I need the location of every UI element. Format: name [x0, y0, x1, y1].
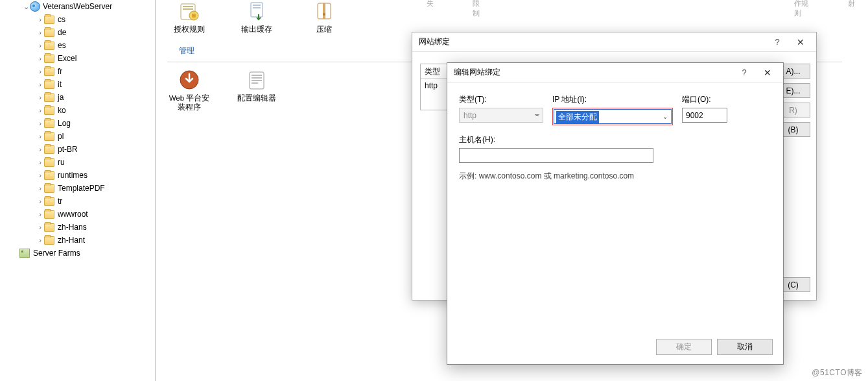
- folder-icon: [44, 42, 54, 50]
- folder-icon: [44, 145, 54, 154]
- tree-folder-pl[interactable]: ›pl: [0, 130, 155, 143]
- tree-folder-ko[interactable]: ›ko: [0, 104, 155, 117]
- expander-icon[interactable]: ›: [36, 106, 44, 114]
- expander-icon[interactable]: ›: [36, 236, 44, 244]
- expander-icon[interactable]: ›: [36, 68, 44, 75]
- help-button[interactable]: ?: [766, 35, 789, 49]
- ip-select[interactable]: 全部未分配 ⌄: [554, 109, 672, 124]
- svg-rect-2: [183, 8, 193, 10]
- ip-field-highlight: 全部未分配 ⌄: [552, 108, 673, 125]
- feature-compression[interactable]: 压缩: [302, 0, 346, 34]
- folder-label: zh-Hant: [58, 236, 85, 245]
- tree-folder-Excel[interactable]: ›Excel: [0, 52, 155, 65]
- expander-icon[interactable]: ›: [36, 16, 44, 23]
- expander-icon[interactable]: ›: [36, 197, 44, 205]
- dialog-titlebar[interactable]: 网站绑定 ? ✕: [412, 32, 816, 52]
- svg-point-10: [323, 13, 325, 16]
- tree-folder-pt-BR[interactable]: ›pt-BR: [0, 143, 155, 156]
- expander-icon[interactable]: ›: [36, 42, 44, 49]
- tree-folder-wwwroot[interactable]: ›wwwroot: [0, 208, 155, 221]
- tree-panel: ⌄ VeteransWebServer ›cs›de›es›Excel›fr›i…: [0, 0, 156, 381]
- folder-icon: [44, 132, 54, 141]
- folder-label: ko: [58, 106, 66, 115]
- expander-icon[interactable]: ›: [36, 145, 44, 153]
- folder-label: pl: [58, 132, 64, 141]
- expander-icon[interactable]: ›: [36, 80, 44, 88]
- tree-folder-zh-Hans[interactable]: ›zh-Hans: [0, 221, 155, 234]
- tree-folder-TemplatePDF[interactable]: ›TemplatePDF: [0, 182, 155, 195]
- type-label: 类型(T):: [459, 94, 543, 105]
- port-input[interactable]: [682, 108, 727, 123]
- svg-rect-4: [192, 14, 196, 18]
- tree-folder-runtimes[interactable]: ›runtimes: [0, 169, 155, 182]
- folder-label: runtimes: [58, 171, 88, 180]
- folder-icon: [44, 16, 54, 24]
- folder-icon: [44, 197, 54, 206]
- dialog-edit-binding: 编辑网站绑定 ? ✕ 类型(T): http IP 地址(I): 全部未分配: [447, 62, 784, 365]
- tree-node-server-farms[interactable]: Server Farms: [0, 247, 155, 260]
- tree-folder-tr[interactable]: ›tr: [0, 195, 155, 208]
- edit-binding-form: 类型(T): http IP 地址(I): 全部未分配 ⌄ 端口(O: [447, 82, 783, 182]
- expander-icon[interactable]: ›: [36, 93, 44, 101]
- tree-node-site[interactable]: ⌄ VeteransWebServer: [0, 0, 155, 13]
- svg-rect-15: [252, 77, 262, 79]
- folder-label: Excel: [58, 54, 76, 63]
- expander-icon[interactable]: ›: [36, 223, 44, 231]
- folder-label: fr: [58, 67, 62, 76]
- ip-value: 全部未分配: [556, 111, 599, 123]
- inner-dialog-titlebar[interactable]: 编辑网站绑定 ? ✕: [447, 63, 783, 82]
- port-label: 端口(O):: [682, 94, 727, 105]
- folder-icon: [44, 184, 54, 193]
- folder-icon: [44, 119, 54, 128]
- svg-rect-1: [183, 6, 193, 7]
- close-button[interactable]: ✕: [756, 66, 779, 80]
- expander-icon[interactable]: ›: [36, 132, 44, 140]
- expander-icon[interactable]: ›: [36, 29, 44, 36]
- expander-icon[interactable]: ›: [36, 210, 44, 218]
- tree-folder-Log[interactable]: ›Log: [0, 117, 155, 130]
- expander-icon[interactable]: ›: [36, 171, 44, 179]
- host-example: 示例: www.contoso.com 或 marketing.contoso.…: [459, 171, 771, 182]
- host-input[interactable]: [459, 148, 653, 163]
- server-farms-label: Server Farms: [33, 249, 80, 258]
- tree-folder-de[interactable]: ›de: [0, 26, 155, 39]
- chevron-down-icon[interactable]: ⌄: [660, 112, 670, 121]
- watermark: @51CTO博客: [812, 367, 863, 378]
- expander-icon[interactable]: ›: [36, 119, 44, 127]
- feature-config-editor[interactable]: 配置编辑器: [235, 69, 279, 112]
- expander-icon[interactable]: ›: [36, 158, 44, 166]
- globe-icon: [30, 1, 40, 12]
- cancel-button[interactable]: 取消: [717, 339, 773, 355]
- folder-label: tr: [58, 197, 62, 206]
- site-label: VeteransWebServer: [43, 2, 112, 11]
- expander-icon[interactable]: ›: [36, 55, 44, 62]
- inner-dialog-title: 编辑网站绑定: [454, 67, 500, 78]
- ok-button: 确定: [656, 339, 712, 355]
- tree-folder-es[interactable]: ›es: [0, 39, 155, 52]
- feature-auth-rules[interactable]: 授权规则: [167, 0, 211, 34]
- ip-label: IP 地址(I):: [552, 94, 673, 105]
- tree-folder-fr[interactable]: ›fr: [0, 65, 155, 78]
- svg-rect-17: [252, 82, 258, 84]
- type-select: http: [459, 108, 543, 123]
- folder-icon: [44, 236, 54, 245]
- tree-folder-ru[interactable]: ›ru: [0, 156, 155, 169]
- auth-rules-icon: [178, 0, 200, 22]
- expander-icon[interactable]: ›: [36, 184, 44, 192]
- folder-label: es: [58, 41, 66, 50]
- expander-icon[interactable]: ⌄: [22, 3, 30, 11]
- feature-web-platform[interactable]: Web 平台安装程序: [167, 69, 211, 112]
- close-button[interactable]: ✕: [789, 35, 812, 49]
- folder-icon: [44, 68, 54, 76]
- host-label: 主机名(H):: [459, 134, 653, 145]
- tree-folder-cs[interactable]: ›cs: [0, 13, 155, 26]
- tree-folder-ja[interactable]: ›ja: [0, 91, 155, 104]
- folder-label: ru: [58, 158, 65, 167]
- folder-icon: [44, 80, 54, 89]
- svg-rect-6: [253, 5, 261, 6]
- help-button[interactable]: ?: [733, 66, 756, 80]
- tree-folder-it[interactable]: ›it: [0, 78, 155, 91]
- tree-folder-zh-Hant[interactable]: ›zh-Hant: [0, 234, 155, 247]
- svg-rect-16: [252, 80, 262, 81]
- feature-output-cache[interactable]: 输出缓存: [235, 0, 279, 34]
